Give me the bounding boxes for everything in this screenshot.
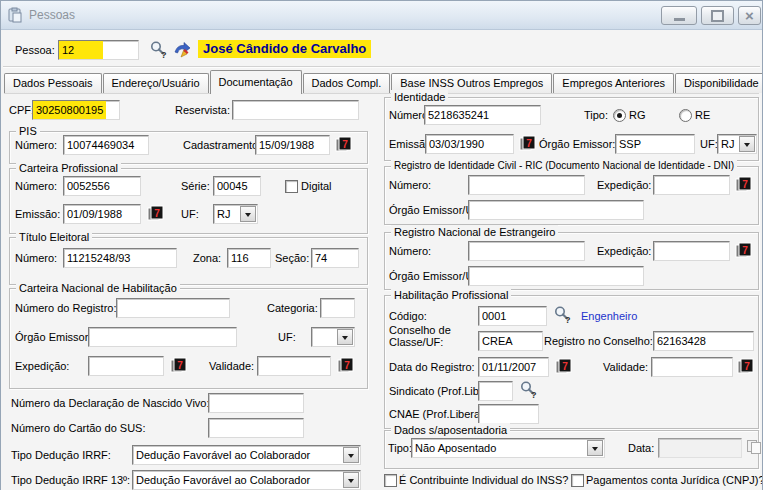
copy-icon [746, 439, 763, 455]
minimize-button[interactable] [661, 6, 697, 25]
irrf-label: Tipo Dedução IRRF: [11, 445, 111, 465]
tab-dados-pessoais[interactable]: Dados Pessoais [4, 73, 102, 93]
tab-endereco-usuario[interactable]: Endereço/Usuário [103, 73, 209, 93]
irrf13-combo[interactable]: Dedução Favorável ao Colaborador [132, 470, 361, 490]
rne-expedicao-input[interactable] [653, 241, 730, 261]
ric-expedicao-label: Expedição: [597, 175, 651, 195]
calendar-icon[interactable]: 7 [335, 136, 352, 152]
irrf-combo[interactable]: Dedução Favorável ao Colaborador [132, 445, 361, 465]
hab-registro-input[interactable] [653, 331, 754, 351]
svg-text:7: 7 [526, 138, 532, 149]
cnh-categoria-label: Categoria: [267, 298, 318, 318]
tab-disponibilidade[interactable]: Disponibilidade [675, 73, 763, 93]
cp-serie-input[interactable] [213, 176, 261, 196]
carteira-profissional-legend: Carteira Profissional [16, 161, 121, 175]
chevron-down-icon[interactable] [240, 206, 256, 222]
cnh-expedicao-input[interactable] [88, 356, 164, 376]
tab-documentacao[interactable]: Documentação [210, 70, 302, 94]
cnh-categoria-input[interactable] [320, 298, 355, 318]
pessoa-input[interactable]: 12 [58, 40, 139, 60]
svg-text:7: 7 [342, 139, 348, 150]
te-numero-input[interactable] [63, 248, 177, 268]
goto-edit-icon[interactable] [173, 39, 192, 58]
ric-numero-input[interactable] [468, 175, 585, 195]
digital-checkbox[interactable] [285, 180, 298, 193]
hab-data-input[interactable] [478, 357, 549, 377]
hab-validade-input[interactable] [651, 357, 733, 377]
close-button[interactable]: × [738, 6, 761, 25]
te-secao-input[interactable] [311, 248, 359, 268]
calendar-icon[interactable]: 7 [737, 358, 754, 374]
chevron-down-icon[interactable] [343, 447, 359, 463]
re-label: RE [695, 105, 710, 125]
cnh-orgao-label: Órgão Emissor: [15, 327, 91, 347]
pis-numero-input[interactable] [63, 135, 149, 155]
chevron-down-icon[interactable] [587, 440, 603, 456]
cnh-uf-combo[interactable] [311, 327, 355, 347]
cnh-validade-input[interactable] [257, 356, 331, 376]
id-uf-combo[interactable]: RJ [717, 134, 757, 154]
chevron-down-icon[interactable] [337, 329, 353, 345]
te-zona-input[interactable] [227, 248, 271, 268]
cpf-input[interactable]: 30250800195 [32, 100, 120, 120]
sus-label: Número do Cartão do SUS: [11, 418, 146, 438]
pis-numero-label: Número: [15, 135, 57, 155]
search-sindicato-icon[interactable]: ? [519, 380, 538, 399]
cnh-orgao-input[interactable] [88, 327, 237, 347]
cp-emissao-label: Emissão: [15, 204, 60, 224]
maximize-button[interactable] [701, 6, 734, 25]
rne-orgao-input[interactable] [468, 266, 644, 286]
calendar-icon[interactable]: 7 [735, 176, 752, 192]
nascido-vivo-input[interactable] [208, 393, 304, 413]
calendar-icon[interactable]: 7 [519, 135, 536, 151]
cnh-registro-input[interactable] [116, 298, 230, 318]
reservista-input[interactable] [232, 100, 359, 120]
svg-text:7: 7 [344, 360, 350, 371]
cnpj-checkbox[interactable] [571, 474, 584, 487]
ric-expedicao-input[interactable] [653, 175, 730, 195]
chevron-down-icon[interactable] [739, 136, 755, 152]
calendar-icon[interactable]: 7 [555, 358, 572, 374]
hab-cnae-label: CNAE (Prof.Liberal): [389, 404, 489, 424]
apos-tipo-combo[interactable]: Não Aposentado [411, 438, 605, 458]
search-codigo-icon[interactable]: ? [553, 305, 572, 324]
calendar-icon[interactable]: 7 [337, 357, 354, 373]
ric-orgao-input[interactable] [468, 200, 644, 220]
rne-legend: Registro Nacional de Estrangeiro [391, 225, 558, 239]
svg-text:7: 7 [742, 245, 748, 256]
re-radio[interactable] [679, 109, 692, 122]
window-icon[interactable] [7, 7, 23, 23]
sus-input[interactable] [208, 418, 304, 438]
maximize-icon [711, 10, 724, 22]
cp-serie-label: Série: [181, 176, 210, 196]
rne-numero-input[interactable] [468, 241, 585, 261]
tab-empregos-anteriores[interactable]: Empregos Anteriores [553, 73, 674, 93]
calendar-icon[interactable]: 7 [170, 357, 187, 373]
window-title: Pessoas [29, 8, 75, 22]
calendar-icon[interactable]: 7 [735, 242, 752, 258]
hab-cnae-input[interactable] [478, 404, 539, 424]
id-emissao-input[interactable] [425, 134, 514, 154]
irrf13-label: Tipo Dedução IRRF 13º: [11, 470, 130, 490]
cnpj-checkbox-label: Pagamentos conta Jurídica (CNPJ)? [586, 470, 763, 490]
pis-cadastramento-input[interactable] [255, 135, 330, 155]
hab-sindicato-input[interactable] [478, 381, 513, 401]
id-orgao-input[interactable] [615, 134, 695, 154]
rg-radio[interactable] [613, 109, 626, 122]
svg-text:7: 7 [177, 360, 183, 371]
cnh-uf-label: UF: [278, 327, 296, 347]
cp-emissao-input[interactable] [63, 204, 141, 224]
inss-checkbox[interactable] [384, 474, 397, 487]
chevron-down-icon[interactable] [343, 472, 359, 488]
title-bar: Pessoas × [1, 1, 762, 30]
pis-cadastramento-label: Cadastramento: [183, 135, 261, 155]
hab-codigo-input[interactable] [478, 306, 547, 326]
id-numero-input[interactable] [424, 105, 541, 125]
calendar-icon[interactable]: 7 [147, 205, 164, 221]
cp-uf-combo[interactable]: RJ [213, 204, 258, 224]
tab-dados-compl[interactable]: Dados Compl. [303, 73, 391, 93]
tab-strip: Dados Pessoais Endereço/Usuário Document… [4, 70, 759, 94]
hab-conselho-input[interactable] [478, 331, 543, 351]
search-person-icon[interactable]: ? [149, 40, 168, 59]
cp-numero-input[interactable] [63, 176, 141, 196]
